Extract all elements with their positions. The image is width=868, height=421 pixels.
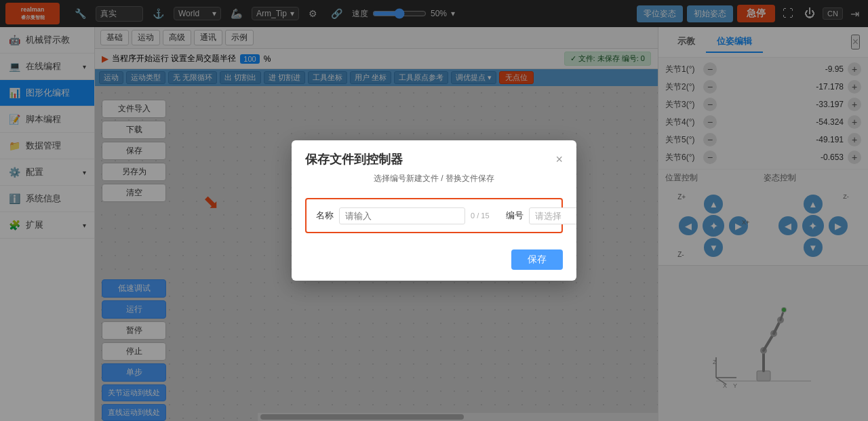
num-field: 编号 请选择 [506, 207, 576, 224]
name-label: 名称 [316, 209, 334, 222]
name-field: 名称 0 / 15 [316, 207, 490, 224]
save-modal: 保存文件到控制器 × 选择编号新建文件 / 替换文件保存 名称 0 / 15 编… [292, 140, 576, 281]
name-input[interactable] [339, 207, 465, 224]
modal-save-button[interactable]: 保存 [511, 249, 563, 270]
modal-header: 保存文件到控制器 × [292, 140, 576, 173]
modal-form-row: 名称 0 / 15 编号 请选择 [305, 198, 563, 233]
num-label: 编号 [506, 209, 524, 222]
num-select[interactable]: 请选择 [529, 207, 576, 224]
modal-overlay: 保存文件到控制器 × 选择编号新建文件 / 替换文件保存 名称 0 / 15 编… [0, 0, 868, 421]
modal-subtitle: 选择编号新建文件 / 替换文件保存 [292, 173, 576, 193]
modal-footer: 保存 [292, 247, 576, 281]
name-count: 0 / 15 [471, 212, 490, 220]
modal-close-button[interactable]: × [555, 153, 563, 167]
modal-body: 名称 0 / 15 编号 请选择 [292, 193, 576, 247]
modal-title: 保存文件到控制器 [305, 151, 403, 167]
